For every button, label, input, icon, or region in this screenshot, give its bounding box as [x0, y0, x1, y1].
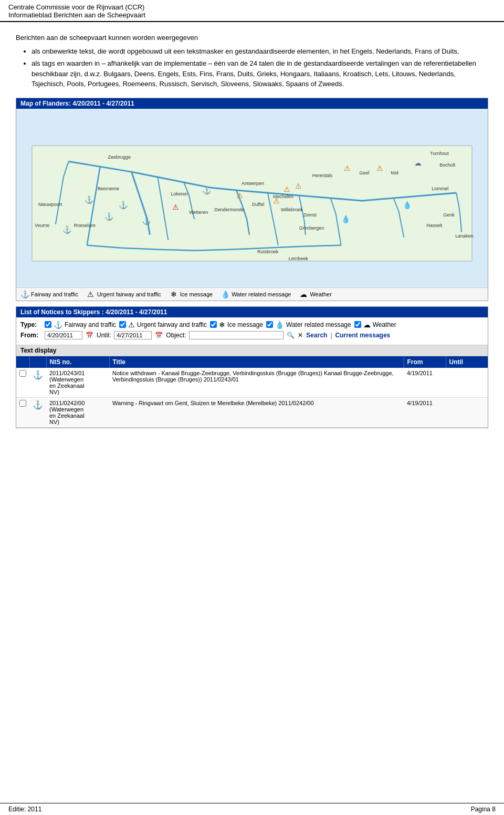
from-label: From:	[20, 332, 41, 339]
urgent-checkbox[interactable]	[119, 321, 126, 328]
water-icon: 💧	[221, 290, 229, 298]
table-row: ⚓2011/0242/00 (Waterwegen en Zeekanaal N…	[16, 397, 488, 427]
ice-icon: ❄	[170, 290, 178, 298]
city-lokeren: Lokeren	[171, 191, 187, 197]
city-lommel: Lommel	[432, 186, 448, 191]
legend-water-label: Water related message	[232, 291, 291, 297]
fairway-type-label: Fairway and traffic	[65, 321, 116, 328]
svg-text:⚓: ⚓	[104, 212, 114, 221]
water-checkbox[interactable]	[266, 321, 273, 328]
svg-text:⚓: ⚓	[62, 225, 72, 234]
clear-icon[interactable]: ✕	[298, 332, 303, 339]
svg-text:💧: 💧	[403, 200, 412, 209]
row-type-icon-cell: ⚓	[29, 368, 46, 398]
header-line2: Informatieblad Berichten aan de Scheepva…	[8, 11, 496, 19]
weather-checkbox-group[interactable]: ☁ Weather	[354, 321, 396, 329]
city-lanaken: Lanaken	[455, 233, 473, 238]
weather-type-icon: ☁	[363, 321, 371, 329]
from-date-input[interactable]	[45, 331, 82, 339]
legend-urgent: ⚠ Urgent fairway and traffic	[87, 290, 161, 298]
pipe-separator: |	[330, 332, 332, 339]
row-type-icon: ⚓	[33, 400, 43, 409]
row-type-icon: ⚓	[33, 370, 43, 379]
svg-text:⚓: ⚓	[85, 195, 94, 204]
search-button[interactable]: Search	[306, 332, 327, 339]
legend-ice-label: Ice message	[180, 291, 213, 297]
col-check-header	[16, 356, 29, 368]
row-checkbox-cell[interactable]	[16, 368, 29, 398]
city-beerneme: Beerneme	[98, 186, 119, 191]
city-mol: Mol	[391, 170, 398, 176]
water-checkbox-group[interactable]: 💧 Water related message	[266, 321, 351, 329]
legend-fairway: ⚓ Fairway and traffic	[20, 290, 78, 298]
city-grimbergen: Grimbergen	[299, 225, 324, 230]
notices-section: List of Notices to Skippers : 4/20/2011 …	[16, 306, 488, 428]
city-duffel: Duffel	[252, 201, 264, 207]
svg-text:⚓: ⚓	[142, 216, 151, 225]
row-type-icon-cell: ⚓	[29, 397, 46, 427]
notices-table: NtS no. Title From Until ⚓2011/0243/01 (…	[16, 356, 488, 428]
notices-controls: Type: ⚓ Fairway and traffic ⚠ Urgent fai…	[16, 317, 488, 345]
ice-type-label: Ice message	[227, 321, 263, 328]
page-footer: Editie: 2011 Pagina 8	[0, 803, 504, 815]
city-geel: Geel	[360, 170, 370, 176]
fairway-icon: ⚓	[20, 290, 29, 298]
row-nts-no: 2011/0242/00 (Waterwegen en Zeekanaal NV…	[46, 397, 109, 427]
legend-fairway-label: Fairway and traffic	[31, 291, 78, 297]
weather-checkbox[interactable]	[354, 321, 361, 328]
fairway-checkbox-group[interactable]: ⚓ Fairway and traffic	[45, 321, 116, 329]
svg-text:⚓: ⚓	[119, 200, 128, 209]
row-checkbox[interactable]	[19, 400, 26, 407]
page-header: Centrale Commissie voor de Rijnvaart (CC…	[0, 0, 504, 22]
col-icon-header	[29, 356, 46, 368]
svg-text:⚠: ⚠	[284, 185, 290, 193]
notices-title: List of Notices to Skippers : 4/20/2011 …	[16, 307, 488, 317]
object-label: Object:	[166, 332, 186, 339]
map-legend: ⚓ Fairway and traffic ⚠ Urgent fairway a…	[16, 287, 488, 301]
city-willebroek: Willebroek	[281, 207, 303, 212]
row-title: Notice withdrawn - Kanaal Brugge-Zeebrug…	[109, 368, 404, 398]
main-content: Berichten aan de scheepvaart kunnen word…	[0, 22, 504, 439]
col-from-header: From	[404, 356, 446, 368]
intro-bullet-2: als tags en waarden in – afhankelijk van…	[32, 58, 488, 89]
legend-urgent-label: Urgent fairway and traffic	[97, 291, 161, 297]
legend-weather: ☁ Weather	[299, 290, 331, 298]
ice-checkbox-group[interactable]: ❄ Ice message	[210, 321, 263, 329]
ice-checkbox[interactable]	[210, 321, 217, 328]
current-messages-link[interactable]: Current messages	[335, 332, 391, 339]
col-title-header: Title	[109, 356, 404, 368]
city-herentals: Herentals	[312, 173, 333, 178]
text-display-bar: Text display	[16, 345, 488, 356]
from-calendar-icon[interactable]: 📅	[86, 332, 93, 339]
city-dendermonde: Dendermonde	[214, 207, 244, 212]
until-date-input[interactable]	[114, 331, 152, 339]
intro-lead: Berichten aan de scheepvaart kunnen word…	[16, 33, 488, 43]
search-go-icon[interactable]: 🔍	[287, 332, 295, 339]
svg-text:💧: 💧	[341, 214, 351, 223]
svg-text:⚠: ⚠	[273, 196, 280, 204]
row-checkbox-cell[interactable]	[16, 397, 29, 427]
urgent-checkbox-group[interactable]: ⚠ Urgent fairway and traffic	[119, 321, 207, 329]
city-bocholt: Bocholt	[439, 162, 455, 168]
row-until-date	[446, 397, 488, 427]
svg-text:⚠: ⚠	[236, 191, 243, 200]
footer-page: Pagina 8	[471, 806, 496, 813]
row-title: Warning - Ringvaart om Gent, Sluizen te …	[109, 397, 404, 427]
legend-weather-label: Weather	[310, 291, 331, 297]
fairway-checkbox[interactable]	[45, 321, 51, 328]
header-line1: Centrale Commissie voor de Rijnvaart (CC…	[8, 3, 496, 11]
object-input[interactable]	[189, 331, 284, 339]
urgent-icon: ⚠	[87, 290, 95, 298]
type-label: Type:	[20, 321, 41, 328]
row-checkbox[interactable]	[19, 370, 26, 377]
city-genk: Genk	[443, 212, 455, 217]
map-svg: Zeebrugge Turnhout Nieuwpoort Beerneme A…	[16, 109, 488, 287]
water-type-icon: 💧	[275, 321, 284, 329]
city-lembeek: Lembeek	[289, 255, 308, 261]
map-title: Map of Flanders: 4/20/2011 - 4/27/2011	[16, 98, 488, 109]
until-calendar-icon[interactable]: 📅	[155, 332, 163, 339]
city-wetteren: Wetteren	[189, 209, 208, 214]
city-nieuwpoort: Nieuwpoort	[38, 201, 62, 207]
svg-text:⚓: ⚓	[202, 186, 212, 195]
weather-type-label: Weather	[373, 321, 396, 328]
